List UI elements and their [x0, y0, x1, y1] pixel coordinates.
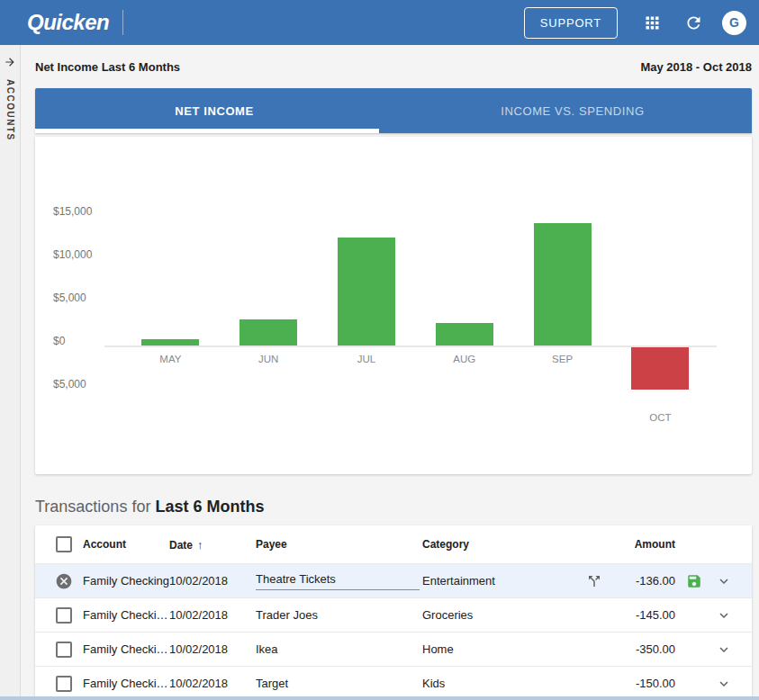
transaction-row-selected[interactable]: Family Checking 10/02/2018 Theatre Ticke… [35, 563, 752, 597]
tab-net-income[interactable]: NET INCOME [35, 88, 393, 133]
tab-income-vs-spending[interactable]: INCOME VS. SPENDING [393, 88, 752, 133]
chart-bar-jul[interactable] [338, 238, 395, 346]
cell-date: 10/02/2018 [169, 574, 256, 588]
cell-account: Family Checki… [83, 642, 169, 656]
table-header-row: Account Date↑ Payee Category Amount [35, 525, 752, 563]
y-axis-tick: $0 [53, 335, 65, 347]
zero-axis-line [104, 346, 717, 347]
column-header-amount[interactable]: Amount [608, 538, 675, 551]
cell-amount: -150.00 [608, 677, 675, 690]
payee-edit-field[interactable]: Theatre Tickets [256, 572, 420, 590]
transaction-row[interactable]: Family Checki… 10/02/2018 Target Kids -1… [35, 666, 752, 700]
transactions-heading-range: Last 6 Months [155, 498, 264, 516]
chart-bar-aug[interactable] [436, 323, 493, 346]
cell-date: 10/02/2018 [169, 608, 256, 622]
support-button[interactable]: SUPPORT [524, 7, 618, 39]
split-transaction-icon[interactable] [586, 573, 608, 589]
page-title: Net Income Last 6 Months [35, 60, 180, 74]
transaction-row[interactable]: Family Checki… 10/02/2018 Trader Joes Gr… [35, 597, 752, 632]
chart-bar-may[interactable] [141, 339, 199, 346]
column-header-date[interactable]: Date↑ [169, 538, 256, 552]
save-icon[interactable] [686, 573, 702, 589]
report-tabs: NET INCOME INCOME VS. SPENDING [35, 88, 752, 133]
cell-payee: Target [256, 677, 422, 690]
cell-date: 10/02/2018 [169, 677, 256, 690]
y-axis-tick: $10,000 [53, 248, 92, 261]
cell-category: Groceries [422, 608, 586, 622]
cell-category[interactable]: Entertainment [422, 574, 586, 588]
accounts-rail: ACCOUNTS [0, 45, 21, 700]
chart-bar-jun[interactable] [239, 319, 297, 346]
cell-account: Family Checki… [83, 677, 169, 690]
cell-account: Family Checki… [83, 608, 169, 622]
chart-area: $15,000$10,000$5,000$0$5,000MAYJUNJULAUG… [35, 137, 752, 474]
cell-amount: -350.00 [608, 642, 675, 656]
sort-up-icon: ↑ [197, 538, 203, 552]
row-checkbox[interactable] [56, 607, 72, 624]
active-tab-indicator [35, 129, 379, 133]
cell-amount: -145.00 [608, 608, 675, 622]
x-axis-label: OCT [611, 412, 709, 423]
net-income-chart-card: $15,000$10,000$5,000$0$5,000MAYJUNJULAUG… [35, 137, 752, 474]
column-header-account[interactable]: Account [83, 538, 169, 551]
x-axis-label: JUL [318, 354, 416, 364]
report-title-row: Net Income Last 6 Months May 2018 - Oct … [35, 45, 752, 88]
chevron-down-icon[interactable] [716, 607, 732, 624]
column-header-category[interactable]: Category [422, 538, 586, 551]
x-axis-label: SEP [513, 354, 611, 364]
refresh-icon[interactable] [684, 13, 703, 32]
chart-bar-oct[interactable] [631, 347, 689, 390]
logo-divider [122, 10, 123, 35]
y-axis-tick: $15,000 [53, 205, 92, 218]
body: ACCOUNTS Net Income Last 6 Months May 20… [0, 45, 759, 700]
quicken-app: Quicken SUPPORT G ACCOUNTS Net Income La… [0, 0, 759, 700]
cell-payee: Ikea [256, 642, 422, 656]
x-axis-label: AUG [415, 354, 513, 364]
apps-grid-icon[interactable] [643, 13, 662, 32]
row-checkbox[interactable] [56, 642, 72, 658]
select-all-checkbox[interactable] [56, 536, 72, 552]
horizontal-scrollbar[interactable] [0, 696, 759, 700]
profile-avatar[interactable]: G [722, 11, 746, 35]
chevron-down-icon[interactable] [716, 676, 732, 692]
accounts-rail-label[interactable]: ACCOUNTS [5, 79, 15, 141]
transactions-table: Account Date↑ Payee Category Amount Fami… [35, 525, 752, 700]
transactions-heading: Transactions for Last 6 Months [35, 498, 752, 516]
x-axis-label: JUN [220, 354, 318, 364]
x-axis-label: MAY [122, 354, 220, 364]
transactions-heading-prefix: Transactions for [35, 498, 155, 516]
top-header: Quicken SUPPORT G [0, 0, 759, 45]
chevron-down-icon[interactable] [716, 642, 732, 658]
cell-category: Home [422, 642, 586, 656]
expand-accounts-arrow-icon[interactable] [4, 56, 16, 68]
cancel-icon[interactable] [55, 572, 73, 590]
y-axis-tick: $5,000 [53, 292, 86, 304]
cell-account: Family Checking [83, 574, 169, 588]
chevron-down-icon[interactable] [716, 573, 732, 589]
cell-payee: Trader Joes [256, 608, 422, 622]
main-content: Net Income Last 6 Months May 2018 - Oct … [21, 45, 759, 700]
cell-category: Kids [422, 677, 586, 690]
date-range: May 2018 - Oct 2018 [640, 60, 752, 74]
quicken-logo: Quicken [27, 10, 109, 35]
cell-date: 10/02/2018 [169, 642, 256, 656]
y-axis-tick: $5,000 [53, 378, 86, 390]
chart-bar-sep[interactable] [534, 223, 592, 346]
row-checkbox[interactable] [56, 676, 72, 692]
column-header-payee[interactable]: Payee [256, 538, 422, 551]
cell-amount: -136.00 [608, 574, 675, 588]
transaction-row[interactable]: Family Checki… 10/02/2018 Ikea Home -350… [35, 632, 752, 666]
